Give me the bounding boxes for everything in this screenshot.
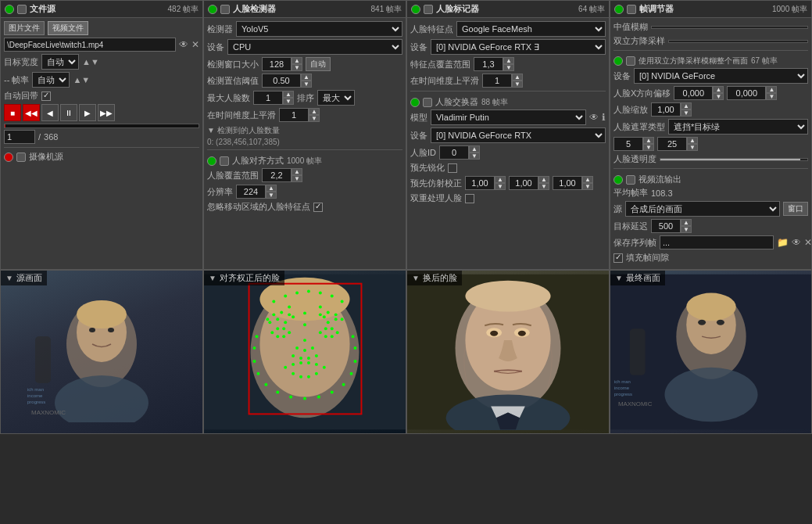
feature-range-input[interactable] — [474, 57, 503, 71]
fps-select[interactable]: 自动 — [32, 72, 70, 88]
x-offset-up[interactable]: ▲ — [713, 86, 724, 93]
align-power[interactable] — [207, 156, 216, 166]
landmark-select[interactable]: Google FaceMesh — [456, 21, 606, 37]
pre-align-x-up[interactable]: ▲ — [495, 176, 506, 183]
pre-align-y-input[interactable] — [509, 176, 538, 190]
feature-range-down[interactable]: ▼ — [503, 64, 514, 71]
median-blur-slider[interactable] — [651, 26, 808, 29]
face-swapper-power[interactable] — [410, 98, 420, 107]
model-select[interactable]: Vladimir Putin — [431, 109, 586, 125]
target-width-select[interactable]: 自动 — [41, 54, 79, 70]
ignore-checkbox[interactable] — [313, 203, 323, 212]
tab-image-file[interactable]: 图片文件 — [4, 21, 45, 35]
detector-select[interactable]: YoloV5 — [236, 21, 402, 37]
pause-btn[interactable]: ⏸ — [60, 104, 77, 121]
scale-down[interactable]: ▼ — [681, 109, 692, 117]
tab-video-file[interactable]: 视频文件 — [48, 21, 88, 35]
erosion-down[interactable]: ▼ — [643, 144, 654, 151]
save-eye-icon[interactable]: 👁 — [792, 237, 801, 248]
scale-input[interactable] — [651, 102, 681, 117]
bilateral-slider[interactable] — [668, 40, 808, 43]
max-faces-up[interactable]: ▲ — [283, 91, 294, 98]
stop-btn[interactable]: ■ — [4, 104, 21, 121]
file-path-input[interactable] — [4, 38, 176, 52]
eye-icon[interactable]: 👁 — [179, 39, 188, 50]
file-source-power[interactable] — [5, 5, 14, 14]
dual-process-checkbox[interactable] — [465, 194, 474, 203]
pre-align-z-up[interactable]: ▲ — [582, 176, 593, 183]
pre-sharpen-checkbox[interactable] — [448, 163, 457, 173]
model-eye-icon[interactable]: 👁 — [589, 112, 599, 123]
file-source-checkbox[interactable] — [17, 5, 27, 14]
frame-adjuster-checkbox[interactable] — [627, 5, 636, 14]
smooth-up[interactable]: ▲ — [309, 108, 320, 115]
delay-input[interactable] — [651, 219, 681, 233]
camera-checkbox[interactable] — [16, 153, 26, 162]
close-icon[interactable]: ✕ — [191, 39, 199, 50]
save-seq-input[interactable] — [660, 235, 774, 249]
pre-align-y-up[interactable]: ▲ — [538, 176, 549, 183]
threshold-up[interactable]: ▲ — [301, 74, 312, 81]
model-info-icon[interactable]: ℹ — [602, 112, 606, 123]
fill-gaps-checkbox[interactable] — [613, 253, 623, 263]
face-detector-power[interactable] — [208, 5, 217, 14]
marker-device-select[interactable]: [0] NVIDIA GeForce RTX ∃ — [431, 39, 606, 55]
sub-panel-checkbox[interactable] — [626, 56, 635, 66]
frame-current-input[interactable] — [4, 130, 35, 144]
erosion-input[interactable] — [613, 137, 643, 151]
sort-select[interactable]: 最大 — [317, 90, 355, 106]
resolution-input[interactable] — [236, 185, 266, 199]
blur-down[interactable]: ▼ — [687, 144, 698, 151]
y-offset-input[interactable] — [727, 86, 766, 100]
marker-smooth-down[interactable]: ▼ — [512, 81, 523, 88]
face-swapper-checkbox[interactable] — [423, 98, 432, 107]
threshold-input[interactable] — [262, 74, 301, 88]
swapper-device-select[interactable]: [0] NVIDIA GeForce RTX — [431, 127, 606, 143]
threshold-down[interactable]: ▼ — [301, 81, 312, 88]
max-faces-input[interactable] — [253, 91, 283, 105]
save-close-icon[interactable]: ✕ — [804, 237, 812, 248]
pre-align-y-down[interactable]: ▼ — [538, 183, 549, 190]
opacity-slider[interactable] — [660, 158, 808, 161]
output-checkbox[interactable] — [626, 175, 635, 185]
face-id-down[interactable]: ▼ — [469, 153, 480, 160]
sub-panel-power[interactable] — [613, 56, 623, 66]
face-id-input[interactable] — [439, 145, 469, 160]
window-btn[interactable]: 窗口 — [783, 202, 808, 216]
face-marker-power[interactable] — [411, 5, 420, 14]
window-size-input[interactable] — [262, 57, 292, 71]
window-size-down[interactable]: ▼ — [292, 64, 302, 71]
smooth-down[interactable]: ▼ — [309, 115, 320, 122]
marker-smooth-input[interactable] — [482, 74, 512, 88]
auto-btn[interactable]: 自动 — [306, 57, 331, 71]
coverage-input[interactable] — [262, 168, 292, 182]
prev-btn[interactable]: ◀◀ — [23, 104, 40, 121]
blur-up[interactable]: ▲ — [687, 137, 698, 144]
pre-align-x-input[interactable] — [465, 176, 495, 190]
x-offset-input[interactable] — [674, 86, 713, 100]
blend-type-select[interactable]: 遮挡*目标绿 — [668, 119, 808, 135]
play-btn[interactable]: ▶ — [79, 104, 96, 121]
coverage-up[interactable]: ▲ — [292, 168, 302, 175]
pre-align-z-down[interactable]: ▼ — [582, 183, 593, 190]
output-power[interactable] — [613, 175, 623, 185]
resolution-down[interactable]: ▼ — [266, 192, 277, 199]
save-folder-icon[interactable]: 📁 — [777, 237, 789, 248]
max-faces-down[interactable]: ▼ — [283, 98, 294, 105]
align-checkbox[interactable] — [220, 156, 229, 166]
x-offset-down[interactable]: ▼ — [713, 93, 724, 100]
frame-adjuster-power[interactable] — [614, 5, 624, 14]
source-select[interactable]: 合成后的画面 — [625, 201, 780, 217]
pre-align-x-down[interactable]: ▼ — [495, 183, 506, 190]
resolution-up[interactable]: ▲ — [266, 185, 277, 192]
progress-bar[interactable] — [4, 124, 199, 128]
device-select[interactable]: CPU — [227, 39, 402, 55]
y-offset-down[interactable]: ▼ — [766, 93, 777, 100]
face-detector-checkbox[interactable] — [220, 5, 230, 14]
face-id-up[interactable]: ▲ — [469, 145, 480, 153]
pre-align-z-input[interactable] — [553, 176, 582, 190]
rewind-btn[interactable]: ◀ — [41, 104, 59, 121]
feature-range-up[interactable]: ▲ — [503, 57, 514, 64]
forward-btn[interactable]: ▶▶ — [98, 104, 115, 121]
y-offset-up[interactable]: ▲ — [766, 86, 777, 93]
